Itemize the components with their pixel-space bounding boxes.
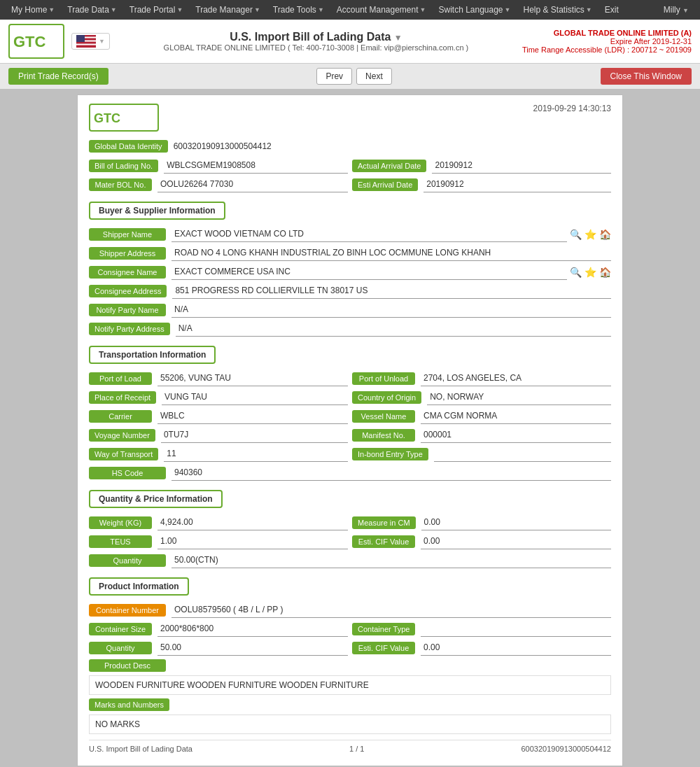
shipper-name-row: Shipper Name EXACT WOOD VIETNAM CO LTD 🔍… <box>89 227 611 242</box>
consignee-name-icons: 🔍 ⭐ 🏠 <box>570 267 611 278</box>
action-bar-top: Print Trade Record(s) Prev Next Close Th… <box>0 64 700 89</box>
port-of-unload-value: 2704, LOS ANGELES, CA <box>421 371 611 386</box>
nav-trade-manager[interactable]: Trade Manager ▼ <box>190 2 266 17</box>
bol-field: Bill of Lading No. WBLCSGMEM1908508 <box>89 158 348 174</box>
teus-label: TEUS <box>89 535 152 548</box>
nav-items-left: My Home ▼ Trade Data ▼ Trade Portal ▼ Tr… <box>6 2 624 17</box>
consignee-address-row: Consignee Address 851 PROGRESS RD COLLIE… <box>89 283 611 299</box>
actual-arrival-label: Actual Arrival Date <box>352 160 426 172</box>
measure-value: 0.00 <box>421 515 611 530</box>
prev-button-top[interactable]: Prev <box>316 68 352 85</box>
voyage-number-value: 0TU7J <box>161 428 348 443</box>
port-of-unload-label: Port of Unload <box>352 372 415 385</box>
esti-arrival-label: Esti Arrival Date <box>352 178 418 191</box>
trade-tools-arrow: ▼ <box>318 6 324 13</box>
shipper-name-icons: 🔍 ⭐ 🏠 <box>570 229 611 240</box>
qty2-cif2-row: Quantity 50.00 Esti. CIF Value 0.00 <box>89 640 611 656</box>
notify-party-address-label: Notify Party Address <box>89 323 170 335</box>
quantity1-value: 50.00(CTN) <box>172 553 611 568</box>
carrier-field: Carrier WBLC <box>89 409 348 424</box>
consignee-home-icon[interactable]: 🏠 <box>599 267 611 278</box>
vessel-name-label: Vessel Name <box>352 410 415 423</box>
notify-party-name-value: N/A <box>172 302 611 318</box>
bol-value: WBLCSGMEM1908508 <box>164 158 348 174</box>
shipper-name-label: Shipper Name <box>89 228 166 241</box>
title-arrow: ▼ <box>394 33 402 43</box>
voyage-number-field: Voyage Number 0TU7J <box>89 428 348 443</box>
nav-user[interactable]: Milly ▼ <box>658 2 694 17</box>
expire-date: Expire After 2019-12-31 <box>522 37 692 45</box>
nav-trade-data[interactable]: Trade Data ▼ <box>62 2 122 17</box>
shipper-search-icon[interactable]: 🔍 <box>570 229 582 240</box>
esti-cif1-field: Esti. CIF Value 0.00 <box>352 534 611 549</box>
qty2-label: Quantity <box>89 642 152 654</box>
quantity-section-header: Quantity & Price Information <box>89 490 223 508</box>
svg-text:GTC: GTC <box>13 33 46 50</box>
nav-trade-tools[interactable]: Trade Tools ▼ <box>267 2 330 17</box>
voyage-number-label: Voyage Number <box>89 429 155 442</box>
notify-party-name-label: Notify Party Name <box>89 304 166 316</box>
esti-cif2-value: 0.00 <box>421 640 611 656</box>
logo-area: GTC ▼ <box>8 24 110 59</box>
nav-exit[interactable]: Exit <box>599 2 624 17</box>
nav-account-management[interactable]: Account Management ▼ <box>331 2 432 17</box>
nav-help-statistics[interactable]: Help & Statistics ▼ <box>517 2 597 17</box>
quantity1-row: Quantity 50.00(CTN) <box>89 553 611 568</box>
svg-rect-8 <box>76 35 85 42</box>
hs-code-value: 940360 <box>172 465 611 481</box>
esti-cif2-field: Esti. CIF Value 0.00 <box>352 640 611 656</box>
shipper-home-icon[interactable]: 🏠 <box>599 229 611 240</box>
nav-group-top: Prev Next <box>314 68 393 85</box>
port-of-load-field: Port of Load 55206, VUNG TAU <box>89 371 348 386</box>
print-button-top[interactable]: Print Trade Record(s) <box>8 68 108 85</box>
shipper-star-icon[interactable]: ⭐ <box>584 229 596 240</box>
consignee-name-row: Consignee Name EXACT COMMERCE USA INC 🔍 … <box>89 265 611 280</box>
flag-selector[interactable]: ▼ <box>71 33 110 50</box>
esti-cif1-value: 0.00 <box>421 534 611 549</box>
svg-rect-7 <box>76 45 96 47</box>
nav-my-home[interactable]: My Home ▼ <box>6 2 60 17</box>
header-right: GLOBAL TRADE ONLINE LIMITED (A) Expire A… <box>522 29 692 54</box>
header-subtitle: GLOBAL TRADE ONLINE LIMITED ( Tel: 400-7… <box>124 43 508 52</box>
trade-data-arrow: ▼ <box>111 6 117 13</box>
global-data-identity-label: Global Data Identity <box>89 140 168 153</box>
container-number-label: Container Number <box>89 604 166 617</box>
us-flag-icon <box>76 35 96 48</box>
shipper-address-row: Shipper Address ROAD NO 4 LONG KHANH IND… <box>89 246 611 261</box>
record-header: GTC 2019-09-29 14:30:13 <box>89 104 611 132</box>
flag-dropdown-arrow: ▼ <box>99 38 105 45</box>
bol-arrival-row: Bill of Lading No. WBLCSGMEM1908508 Actu… <box>89 158 611 174</box>
container-type-value <box>421 621 611 637</box>
notify-party-address-value: N/A <box>176 321 611 337</box>
country-of-origin-label: Country of Origin <box>352 391 421 404</box>
vessel-name-field: Vessel Name CMA CGM NORMA <box>352 409 611 424</box>
consignee-star-icon[interactable]: ⭐ <box>584 267 596 278</box>
way-of-transport-label: Way of Transport <box>89 448 158 460</box>
switch-lang-arrow: ▼ <box>505 6 511 13</box>
header-bar: GTC ▼ U.S. Import Bill of Lading Data ▼ … <box>0 20 700 64</box>
next-button-top[interactable]: Next <box>356 68 392 85</box>
inbond-entry-type-field: In-bond Entry Type <box>352 446 611 462</box>
teus-field: TEUS 1.00 <box>89 534 348 549</box>
consignee-search-icon[interactable]: 🔍 <box>570 267 582 278</box>
help-stats-arrow: ▼ <box>586 6 592 13</box>
masterbol-field: Mater BOL No. OOLU26264 77030 <box>89 177 348 192</box>
marks-label: Marks and Numbers <box>89 698 169 711</box>
global-data-identity-row: Global Data Identity 6003201909130005044… <box>89 140 611 153</box>
teus-cif-row: TEUS 1.00 Esti. CIF Value 0.00 <box>89 534 611 549</box>
nav-switch-language[interactable]: Switch Language ▼ <box>433 2 516 17</box>
port-of-unload-field: Port of Unload 2704, LOS ANGELES, CA <box>352 371 611 386</box>
my-home-arrow: ▼ <box>48 6 55 13</box>
esti-arrival-field: Esti Arrival Date 20190912 <box>352 177 611 192</box>
inbond-entry-type-value <box>434 446 611 462</box>
way-of-transport-value: 11 <box>164 446 348 462</box>
consignee-name-label: Consignee Name <box>89 266 166 279</box>
shipper-address-value: ROAD NO 4 LONG KHANH INDUSTRIAL ZO BINH … <box>172 246 611 261</box>
top-navigation: My Home ▼ Trade Data ▼ Trade Portal ▼ Tr… <box>0 0 700 20</box>
vessel-name-value: CMA CGM NORMA <box>421 409 611 424</box>
nav-trade-portal[interactable]: Trade Portal ▼ <box>124 2 189 17</box>
product-desc-row: Product Desc <box>89 659 611 672</box>
consignee-address-value: 851 PROGRESS RD COLLIERVILLE TN 38017 US <box>172 283 611 299</box>
place-of-receipt-field: Place of Receipt VUNG TAU <box>89 390 348 405</box>
close-button-top[interactable]: Close This Window <box>601 68 692 85</box>
